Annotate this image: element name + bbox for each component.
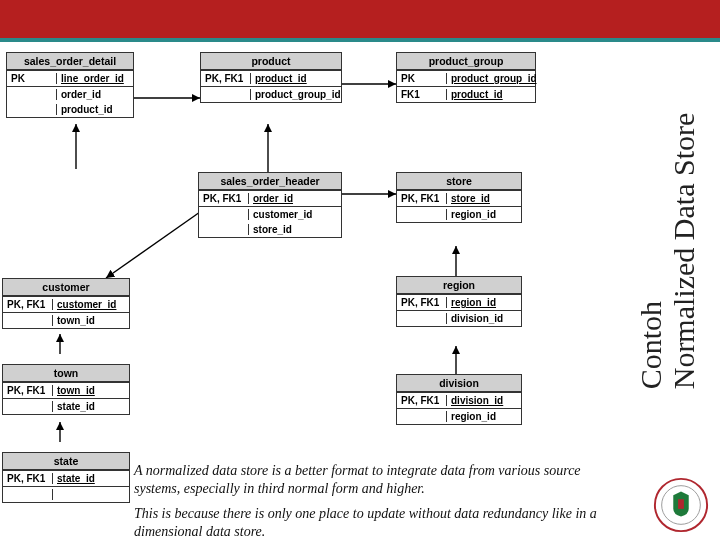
entity-sales-order-header: sales_order_header PK, FK1order_id custo… — [198, 172, 342, 238]
entity-store: store PK, FK1store_id region_id — [396, 172, 522, 223]
entity-state: state PK, FK1state_id — [2, 452, 130, 503]
page-title: Contoh Normalized Data Store — [622, 44, 712, 458]
header-accent — [0, 38, 720, 42]
entity-product: product PK, FK1product_id product_group_… — [200, 52, 342, 103]
ent<entity-region: region PK, FK1region_id division_id — [396, 276, 522, 327]
entity-sales-order-detail: sales_order_detail PKline_order_id order… — [6, 52, 134, 118]
entity-product-group: product_group PKproduct_group_id FK1prod… — [396, 52, 536, 103]
university-logo — [652, 476, 710, 534]
title-line2: Normalized Data Store — [667, 113, 700, 390]
paragraph-2: This is because there is only one place … — [134, 505, 620, 540]
entity-title: sales_order_header — [199, 173, 341, 190]
entity-title: division — [397, 375, 521, 392]
entity-title: product_group — [397, 53, 535, 70]
entity-customer: customer PK, FK1customer_id town_id — [2, 278, 130, 329]
entity-title: store — [397, 173, 521, 190]
erd-diagram: sales_order_detail PKline_order_id order… — [0, 44, 618, 458]
entity-division: division PK, FK1division_id region_id — [396, 374, 522, 425]
entity-town: town PK, FK1town_id state_id — [2, 364, 130, 415]
paragraph-1: A normalized data store is a better form… — [134, 462, 620, 497]
svg-rect-12 — [678, 499, 684, 509]
svg-line-5 — [106, 212, 200, 278]
header-bar — [0, 0, 720, 38]
entity-title: region — [397, 277, 521, 294]
entity-title: product — [201, 53, 341, 70]
entity-title: customer — [3, 279, 129, 296]
entity-title: state — [3, 453, 129, 470]
entity-title: town — [3, 365, 129, 382]
entity-title: sales_order_detail — [7, 53, 133, 70]
title-line1: Contoh — [634, 301, 667, 389]
